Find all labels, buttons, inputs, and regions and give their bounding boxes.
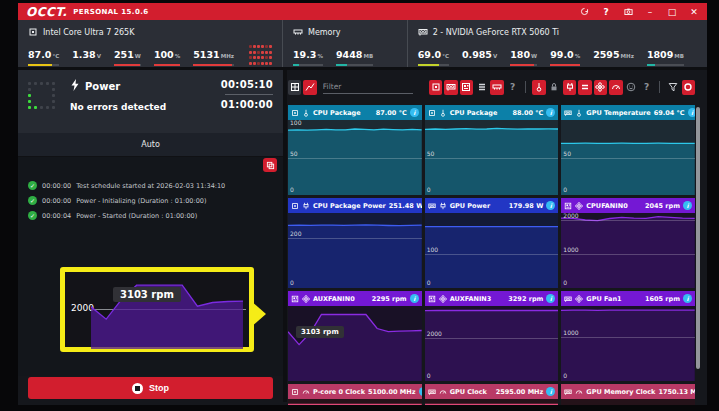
chart-tile-p-core-0-clock[interactable]: P-core 0 Clock5100.00 MHzi bbox=[288, 384, 422, 405]
thermometer-icon bbox=[534, 82, 544, 92]
vertical-scrollbar[interactable] bbox=[696, 107, 700, 369]
chart-tile-gpu-memory-clock[interactable]: GPU Memory Clock1750.13 MHzi bbox=[561, 384, 695, 405]
chart-tile-gpu-temperature[interactable]: GPU Temperature69.04 °Ci500 bbox=[561, 105, 695, 195]
advanced-filter-button[interactable] bbox=[666, 80, 679, 95]
usage-filter-button[interactable] bbox=[578, 80, 591, 95]
close-icon[interactable]: ✕ bbox=[689, 7, 699, 17]
voltage-filter-button[interactable] bbox=[548, 80, 561, 95]
stat-value: 5131 bbox=[193, 49, 219, 60]
chart-tile-gpu-fan1[interactable]: GPU Fan11605 rpmi10000 bbox=[561, 291, 695, 381]
log-time: 00:00:00 bbox=[42, 197, 71, 205]
minimize-icon[interactable]: – bbox=[645, 7, 655, 17]
stat-mhz: 5131MHz bbox=[193, 43, 234, 66]
hardware-bar: Intel Core Ultra 7 265K 87.0°C1.38V251W1… bbox=[18, 20, 707, 70]
info-icon[interactable]: i bbox=[546, 294, 555, 303]
motherboard-filter-button[interactable] bbox=[460, 80, 473, 95]
core-load-grid-icon bbox=[249, 45, 272, 66]
sparkline-plot: 1000 bbox=[425, 213, 559, 288]
reset-button[interactable] bbox=[682, 80, 695, 95]
info-icon[interactable]: i bbox=[688, 108, 695, 117]
info-icon[interactable]: i bbox=[410, 294, 419, 303]
filter-input[interactable] bbox=[323, 81, 413, 94]
stat-value: 2595 bbox=[593, 49, 619, 60]
table-view-button[interactable] bbox=[288, 80, 301, 95]
info-icon[interactable]: i bbox=[683, 294, 692, 303]
test-panel: Power No errors detected 00:05:10 01:00:… bbox=[18, 70, 283, 402]
stat-unit: °C bbox=[442, 53, 449, 59]
graph-view-button[interactable] bbox=[303, 80, 316, 95]
chart-tile-cpu-package[interactable]: CPU Package87.00 °Ci100500 bbox=[288, 105, 422, 195]
chart-tile-auxfanin3[interactable]: AUXFANIN33292 rpmi20000 bbox=[425, 291, 559, 381]
chart-tile-cpu-package-power[interactable]: CPU Package Power251.48 Wi2000 bbox=[288, 198, 422, 288]
unknown-filter-button[interactable]: ? bbox=[506, 80, 519, 95]
ram-icon bbox=[293, 27, 303, 39]
tile-header: AUXFANIN33292 rpmi bbox=[425, 291, 559, 306]
chart-tile-gpu-clock[interactable]: GPU Clock2595.00 MHzi bbox=[425, 384, 559, 405]
info-icon[interactable]: i bbox=[546, 201, 555, 210]
stat-bar bbox=[462, 64, 497, 66]
thermometer-icon bbox=[302, 109, 310, 117]
stop-button[interactable]: Stop bbox=[28, 377, 273, 399]
sensor-name: GPU Memory Clock bbox=[586, 388, 655, 396]
stat-value: 180 bbox=[510, 49, 530, 60]
chart-tile-cpufanin0[interactable]: CPUFANIN02045 rpmi200010000 bbox=[561, 198, 695, 288]
sensor-value: 3292 rpm bbox=[508, 295, 543, 303]
stat-unit: W bbox=[531, 53, 537, 59]
frequency-filter-button[interactable] bbox=[609, 80, 622, 95]
gridline bbox=[561, 337, 695, 338]
smiley-filter-button[interactable] bbox=[625, 80, 638, 95]
stat-unit: V bbox=[493, 53, 497, 59]
help-filter-button[interactable]: ? bbox=[640, 80, 653, 95]
chart-tile-cpu-package[interactable]: CPU Package88.00 °Ci500 bbox=[425, 105, 559, 195]
sensor-value: 251.48 W bbox=[389, 202, 422, 210]
maximize-icon[interactable]: □ bbox=[667, 7, 677, 17]
log-rows: ✓00:00:00Test schedule started at 2026-0… bbox=[28, 181, 281, 226]
stat-bar bbox=[510, 64, 537, 66]
chart-tile-gpu-power[interactable]: GPU Power179.98 Wi1000 bbox=[425, 198, 559, 288]
stat-value: 1809 bbox=[647, 49, 673, 60]
info-icon[interactable]: i bbox=[410, 108, 419, 117]
test-info: Power No errors detected bbox=[66, 79, 203, 133]
mode-selector[interactable]: Auto bbox=[18, 133, 283, 157]
plug-icon bbox=[439, 202, 447, 210]
tile-header: GPU Power179.98 Wi bbox=[425, 198, 559, 213]
sparkline-plot: 2000 bbox=[288, 213, 422, 288]
stat-bar bbox=[418, 64, 449, 66]
ram-icon bbox=[492, 82, 502, 92]
sparkline-plot: 500 bbox=[561, 120, 695, 195]
chart-tile-auxfanin0[interactable]: AUXFANIN02295 rpmi3103 rpm bbox=[288, 291, 422, 381]
temperature-filter-button[interactable] bbox=[532, 80, 545, 95]
history-icon[interactable] bbox=[579, 7, 589, 17]
log-entry: ✓00:00:00Power - Initializing (Duration … bbox=[28, 196, 281, 205]
log-time: 00:00:00 bbox=[42, 182, 71, 190]
info-icon[interactable]: i bbox=[546, 387, 555, 396]
stop-row: Stop bbox=[18, 376, 283, 402]
axis-tick-label: 0 bbox=[563, 187, 567, 193]
gpu-filter-button[interactable] bbox=[444, 80, 457, 95]
axis-tick-label: 1000 bbox=[563, 247, 578, 253]
memory-filter-button[interactable] bbox=[490, 80, 503, 95]
fan-filter-button[interactable] bbox=[594, 80, 607, 95]
check-icon: ✓ bbox=[28, 211, 37, 220]
drives-filter-button[interactable] bbox=[475, 80, 488, 95]
stat-bar bbox=[28, 64, 59, 66]
power-filter-button[interactable] bbox=[563, 80, 576, 95]
screenshot-icon[interactable] bbox=[623, 7, 633, 17]
stat-unit: W bbox=[135, 53, 141, 59]
help-icon[interactable]: ? bbox=[601, 7, 611, 17]
info-icon[interactable]: i bbox=[419, 387, 422, 396]
overlay-tooltip: 3103 rpm bbox=[113, 287, 181, 302]
info-icon[interactable]: i bbox=[546, 108, 555, 117]
main-area: Power No errors detected 00:05:10 01:00:… bbox=[18, 70, 707, 402]
axis-tick-label: 0 bbox=[427, 373, 431, 379]
axis-tick-label: 0 bbox=[427, 187, 431, 193]
fan-icon bbox=[595, 82, 605, 92]
copy-log-button[interactable] bbox=[263, 158, 277, 172]
motherboard-icon bbox=[428, 295, 436, 303]
stat-bar bbox=[114, 64, 141, 66]
cpu-filter-button[interactable] bbox=[429, 80, 442, 95]
memory-section: Memory 19.3%9448MB bbox=[282, 20, 407, 67]
info-icon[interactable]: i bbox=[683, 201, 692, 210]
gpu-icon bbox=[428, 202, 436, 210]
stat-%: 99.0% bbox=[550, 43, 580, 66]
